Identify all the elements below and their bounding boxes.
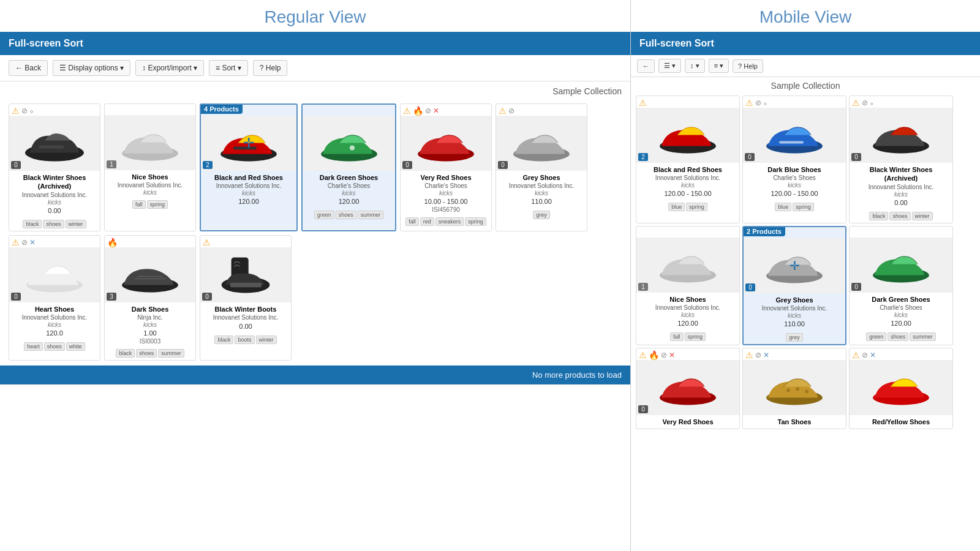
card-body: Nice Shoes Innovanet Solutions Inc. kick… bbox=[636, 293, 739, 331]
product-image: 0 bbox=[743, 108, 846, 163]
product-brand: Innovanet Solutions Inc. bbox=[853, 183, 949, 191]
product-price: 120.00 bbox=[853, 320, 949, 327]
product-card[interactable]: Dark Green Shoes Charlie's Shoes kicks 1… bbox=[301, 103, 396, 231]
card-body: Heart Shoes Innovanet Solutions Inc. kic… bbox=[9, 302, 100, 340]
product-price: 0.00 bbox=[13, 207, 96, 214]
card-tags: black shoes winter bbox=[9, 218, 100, 231]
mobile-export-button[interactable]: ↕ ▾ bbox=[685, 59, 705, 73]
mobile-product-card-group[interactable]: 2 Products ✛ 0 Grey Shoes Innovanet Solu… bbox=[742, 226, 846, 345]
card-badge: 1 bbox=[107, 160, 116, 168]
product-card[interactable]: ⚠ ⊘ ✕ 0 Heart Shoes Innovanet Solutions … bbox=[9, 235, 100, 361]
warning-icon: ⚠ bbox=[852, 350, 860, 360]
warning-icon: ⚠ bbox=[499, 106, 507, 116]
mobile-product-card[interactable]: 1 Nice Shoes Innovanet Solutions Inc. ki… bbox=[636, 226, 740, 345]
product-name: Heart Shoes bbox=[13, 305, 96, 313]
card-tags: fall spring bbox=[105, 198, 195, 211]
product-image: 0 bbox=[850, 238, 952, 293]
tag: summer bbox=[910, 332, 936, 341]
display-options-button[interactable]: ☰ Display options ▾ bbox=[53, 60, 130, 76]
product-price: 110.00 bbox=[500, 198, 583, 205]
card-body: Grey Shoes Innovanet Solutions Inc. kick… bbox=[496, 171, 587, 209]
sort-button[interactable]: ≡ Sort ▾ bbox=[209, 60, 248, 76]
regular-view-title: Regular View bbox=[0, 0, 630, 32]
svg-rect-1 bbox=[39, 145, 64, 148]
mobile-back-button[interactable]: ← bbox=[637, 59, 655, 73]
export-import-button[interactable]: ↕ Export/import ▾ bbox=[135, 60, 204, 76]
tag: shoes bbox=[136, 349, 157, 358]
mobile-products-grid: ⚠ 2 Black and Red Shoes Innovanet Soluti… bbox=[631, 93, 980, 432]
eye-slash-icon: ⊘ bbox=[425, 107, 431, 115]
product-category: kicks bbox=[747, 182, 842, 189]
fire-icon: 🔥 bbox=[649, 350, 659, 360]
tag: fall bbox=[670, 332, 684, 341]
tag: heart bbox=[24, 342, 43, 351]
product-card[interactable]: ⚠ 🔥 ⊘ ✕ 0 Very Red Shoes Charlie's Shoes bbox=[400, 103, 492, 231]
card-tags: heart shoes white bbox=[9, 340, 100, 353]
x-icon: ✕ bbox=[669, 351, 675, 359]
tag: shoes bbox=[889, 212, 910, 220]
shoe-svg bbox=[761, 113, 828, 159]
product-card[interactable]: 🔥 3 Dark Shoes Ninja Inc. kicks 1.00 bbox=[104, 235, 196, 361]
mobile-sort-button[interactable]: ≡ ▾ bbox=[709, 59, 729, 73]
help-button[interactable]: ? Help bbox=[253, 60, 288, 76]
card-body: Nice Shoes Innovanet Solutions Inc. kick… bbox=[105, 170, 195, 198]
shoe-svg bbox=[867, 364, 935, 410]
card-icons: ⚠ 🔥 ⊘ ✕ bbox=[401, 104, 491, 116]
mobile-product-card[interactable]: ⚠ ⊘ ✕ Tan Shoes bbox=[742, 348, 846, 429]
product-category: kicks bbox=[640, 312, 736, 318]
card-tags: fall spring bbox=[636, 331, 739, 343]
shoe-svg bbox=[654, 364, 722, 410]
mobile-display-button[interactable]: ☰ ▾ bbox=[658, 59, 681, 73]
tag: grey bbox=[786, 333, 803, 342]
back-button[interactable]: ← Back bbox=[9, 60, 48, 76]
shoe-svg bbox=[21, 121, 88, 167]
mobile-product-card[interactable]: ⚠ 🔥 ⊘ ✕ 0 Very Red Shoes bbox=[636, 348, 740, 429]
mobile-help-button[interactable]: ? Help bbox=[733, 59, 763, 73]
card-tags: grey bbox=[744, 331, 845, 344]
mobile-product-card[interactable]: ⚠ ⊘ ⬦ 0 Black Winter Shoes (Archived) In… bbox=[849, 96, 953, 223]
regular-header: Full-screen Sort bbox=[0, 32, 630, 55]
card-tags: fall red sneakers spring bbox=[401, 216, 491, 228]
product-name: Grey Shoes bbox=[747, 296, 842, 304]
tag: black bbox=[214, 335, 233, 344]
svg-rect-16 bbox=[779, 141, 804, 143]
card-tags: green shoes summer bbox=[850, 331, 952, 343]
product-price: 1.00 bbox=[108, 329, 192, 337]
mobile-product-card[interactable]: ⚠ 2 Black and Red Shoes Innovanet Soluti… bbox=[636, 96, 740, 223]
shoe-svg bbox=[315, 121, 383, 167]
shoe-svg bbox=[654, 113, 722, 159]
product-image bbox=[850, 360, 952, 415]
card-body: Grey Shoes Innovanet Solutions Inc. kick… bbox=[744, 293, 845, 331]
card-icons: ⚠ ⊘ bbox=[496, 104, 587, 116]
product-card[interactable]: 1 Nice Shoes Innovanet Solutions Inc. ki… bbox=[104, 103, 196, 231]
product-card[interactable]: ⚠ 0 Black Winter Boots Innovanet S bbox=[200, 235, 292, 361]
card-icons: ⚠ ⊘ ✕ bbox=[850, 348, 952, 360]
tag: boots bbox=[235, 335, 254, 344]
product-brand: Ninja Inc. bbox=[108, 313, 192, 321]
mobile-product-card[interactable]: ⚠ ⊘ ⬦ 0 Dark Blue Shoes Charlie's Shoes bbox=[742, 96, 846, 223]
product-brand: Innovanet Solutions Inc. bbox=[13, 191, 96, 199]
tag: red bbox=[420, 217, 434, 226]
product-category: kicks bbox=[853, 191, 949, 198]
card-icons bbox=[303, 105, 395, 116]
product-name: Black Winter Shoes (Archived) bbox=[853, 165, 949, 183]
mobile-product-card[interactable]: ⚠ ⊘ ✕ Red/Yellow Shoes bbox=[849, 348, 953, 429]
card-body: Dark Green Shoes Charlie's Shoes kicks 1… bbox=[850, 293, 952, 331]
card-body: Very Red Shoes Charlie's Shoes kicks 10.… bbox=[401, 171, 491, 216]
warning-icon: ⚠ bbox=[12, 238, 20, 247]
product-image: 0 bbox=[200, 247, 291, 302]
warning-icon: ⚠ bbox=[745, 98, 753, 108]
product-card-group[interactable]: 4 Products ✛ 2 Black and Red Shoes bbox=[200, 103, 298, 231]
product-card[interactable]: ⚠ ⊘ ⬦ 0 Black Winter Shoes (Archived) In bbox=[9, 103, 100, 231]
tag: shoes bbox=[336, 211, 356, 219]
product-price: 120.00 bbox=[205, 198, 293, 205]
card-icons: 🔥 bbox=[105, 236, 195, 247]
x-icon: ✕ bbox=[29, 238, 36, 247]
mobile-product-card[interactable]: 0 Dark Green Shoes Charlie's Shoes kicks… bbox=[849, 226, 953, 345]
tag: winter bbox=[66, 220, 86, 228]
product-price: 0.00 bbox=[204, 323, 287, 330]
tag: spring bbox=[685, 332, 706, 341]
product-card[interactable]: ⚠ ⊘ 0 Grey Shoes Innovanet Solutions Inc… bbox=[496, 103, 587, 231]
tag: summer bbox=[358, 211, 384, 219]
card-body: Tan Shoes bbox=[743, 415, 846, 429]
